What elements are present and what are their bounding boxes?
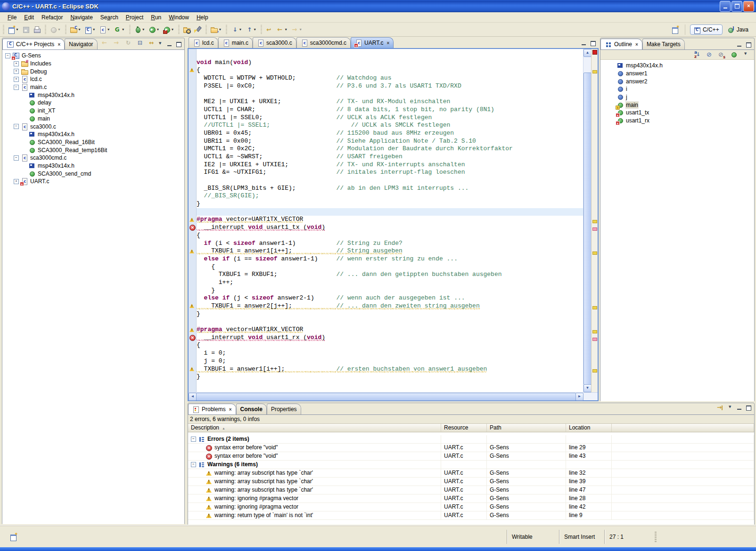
dropdown-arrow-icon[interactable]: ▼	[253, 28, 256, 31]
toolbar-grip[interactable]	[226, 25, 227, 34]
code-line[interactable]: WDTCTL = WDTPW + WDTHOLD; // Watchdog au…	[197, 74, 583, 82]
filter-button[interactable]	[715, 403, 725, 413]
back-button[interactable]	[99, 38, 110, 48]
close-icon[interactable]: ×	[387, 41, 390, 46]
perspective-java[interactable]: Java	[724, 24, 751, 35]
problems-group-row[interactable]: −Warnings (6 items)	[188, 461, 754, 469]
run-button[interactable]: ▼	[147, 24, 161, 35]
toolbar-grip[interactable]	[261, 25, 262, 34]
error-overview-marker[interactable]	[592, 227, 597, 231]
dropdown-arrow-icon[interactable]: ▼	[238, 28, 242, 31]
vertical-scroll-thumb[interactable]	[583, 73, 592, 385]
outline-item-i[interactable]: i	[600, 85, 754, 93]
build-project-button[interactable]: ▼	[112, 24, 126, 35]
prev-annotation-button[interactable]: ▼	[244, 24, 258, 35]
warning-marker-icon[interactable]	[189, 217, 196, 223]
warning-overview-marker[interactable]	[592, 251, 597, 255]
dropdown-arrow-icon[interactable]: ▼	[58, 28, 61, 31]
menu-edit[interactable]: Edit	[20, 13, 38, 22]
close-icon[interactable]: ×	[635, 42, 638, 47]
close-icon[interactable]: ×	[229, 407, 232, 412]
tree-item-sca3000-send-cmd[interactable]: SCA3000_send_cmd	[2, 170, 184, 178]
scroll-up-icon[interactable]: ▲	[583, 49, 592, 57]
problems-row[interactable]: syntax error before "void"UART.cG-Sensli…	[188, 444, 754, 452]
code-line[interactable]: }	[197, 287, 583, 295]
error-marker-icon[interactable]	[189, 334, 196, 341]
collapse-icon[interactable]: −	[14, 85, 19, 90]
open-element-button[interactable]	[181, 24, 192, 35]
menu-help[interactable]: Help	[193, 13, 212, 22]
toolbar-grip[interactable]	[45, 25, 46, 34]
editor-tab-sca3000cmd-c[interactable]: sca3000cmd.c	[296, 37, 351, 48]
last-edit-location-button[interactable]	[264, 24, 274, 35]
dropdown-arrow-icon[interactable]: ▼	[122, 28, 125, 31]
collapse-icon[interactable]: −	[5, 53, 10, 58]
code-line[interactable]: UCTL1 |= CHAR; // 8 data bits, 1 stop bi…	[197, 106, 583, 114]
tree-item-sca3000cmd-c[interactable]: −sca3000cmd.c	[2, 154, 184, 162]
problems-group-row[interactable]: −Errors (2 items)	[188, 435, 754, 444]
minimize-editor-button[interactable]	[580, 40, 588, 47]
code-line[interactable]: P3SEL |= 0xC0; // P3.6 und 3.7 als USART…	[197, 82, 583, 90]
toolbar-grip[interactable]	[129, 25, 131, 34]
dropdown-arrow-icon[interactable]: ▼	[16, 28, 19, 31]
scroll-down-icon[interactable]: ▼	[583, 384, 592, 392]
code-line[interactable]: void main(void)	[197, 59, 583, 67]
warning-marker-icon[interactable]	[189, 67, 196, 73]
outline-item-answer1[interactable]: answer1	[600, 70, 754, 78]
dropdown-arrow-icon[interactable]: ▼	[107, 28, 110, 31]
code-line[interactable]: IFG1 &= ~UTXIFG1; // initales interrupt-…	[197, 169, 583, 177]
minimize-view-button[interactable]	[736, 405, 743, 411]
menu-navigate[interactable]: Navigate	[66, 13, 96, 22]
back-button[interactable]: ▼	[275, 24, 289, 35]
dropdown-arrow-icon[interactable]: ▼	[78, 28, 81, 31]
status-grip[interactable]	[655, 532, 657, 542]
open-perspective-button[interactable]	[670, 24, 680, 35]
minimize-button[interactable]	[720, 1, 731, 12]
warning-marker-icon[interactable]	[189, 248, 196, 255]
dropdown-arrow-icon[interactable]: ▼	[299, 28, 302, 31]
editor-tab-lcd-c[interactable]: lcd.c	[189, 37, 218, 48]
code-line[interactable]: //UTCTL1 |= SSEL1; // UCLK als SMCLK fes…	[197, 122, 583, 130]
maximize-view-button[interactable]	[175, 41, 182, 48]
print-button[interactable]	[32, 24, 42, 35]
tree-item-delay[interactable]: delay	[2, 99, 184, 107]
maximize-view-button[interactable]	[745, 405, 752, 411]
problems-tab-properties[interactable]: Properties	[267, 404, 301, 414]
build-all-button[interactable]: ▼	[48, 24, 62, 35]
warning-marker-icon[interactable]	[189, 366, 196, 373]
outline-item-answer2[interactable]: answer2	[600, 77, 754, 85]
hide-static-button[interactable]	[716, 49, 727, 60]
code-line[interactable]: IE2 |= URXIE1 + UTXIE1; // TX- und RX-in…	[197, 161, 583, 169]
code-line[interactable]: UBR01 = 0x45; // 115200 baud aus 8MHz er…	[197, 130, 583, 138]
code-line[interactable]: else if (j < sizeof answer2-1) // wenn a…	[197, 294, 583, 302]
tree-item-debug[interactable]: +Debug	[2, 67, 184, 75]
tree-item-includes[interactable]: +#Includes	[2, 60, 184, 68]
code-line[interactable]: //_BIS_SR(GIE);	[197, 192, 583, 200]
horizontal-scrollbar[interactable]: ◄ ►	[189, 392, 598, 400]
warning-overview-marker[interactable]	[592, 330, 597, 333]
toolbar-grip[interactable]	[65, 25, 66, 34]
problems-tab-problems[interactable]: Problems×	[188, 404, 236, 414]
column-header-path[interactable]: Path	[487, 424, 566, 432]
code-line[interactable]	[197, 318, 583, 326]
dropdown-arrow-icon[interactable]: ▼	[171, 28, 174, 31]
external-tools-button[interactable]: ▼	[162, 24, 176, 35]
code-line[interactable]	[197, 51, 583, 59]
code-line[interactable]: }	[197, 373, 583, 381]
menu-window[interactable]: Window	[165, 13, 193, 22]
code-line[interactable]: UCTL1 &= ~SWRST; // USART freigeben	[197, 153, 583, 161]
new-wizard-button[interactable]: ▼	[6, 24, 20, 35]
code-line[interactable]: }	[197, 200, 583, 208]
error-overview-marker[interactable]	[592, 338, 597, 341]
dropdown-arrow-icon[interactable]: ▼	[92, 28, 96, 31]
menu-refactor[interactable]: Refactor	[38, 13, 66, 22]
collapse-icon[interactable]: −	[14, 124, 19, 129]
tree-item-sca3000-c[interactable]: −sca3000.c	[2, 122, 184, 130]
code-line[interactable]: _BIS_SR(LPM3_bits + GIE); // ab in den L…	[197, 185, 583, 193]
editor-tab-sca3000-c[interactable]: sca3000.c	[253, 37, 296, 48]
new-c-file-button[interactable]: ▼	[98, 24, 112, 35]
warning-overview-marker[interactable]	[592, 220, 597, 223]
code-line[interactable]: TXBUF1 = answer1[i++]; // String ausgebe…	[197, 247, 583, 255]
menu-run[interactable]: Run	[147, 13, 165, 22]
code-line[interactable]: {	[197, 263, 583, 271]
